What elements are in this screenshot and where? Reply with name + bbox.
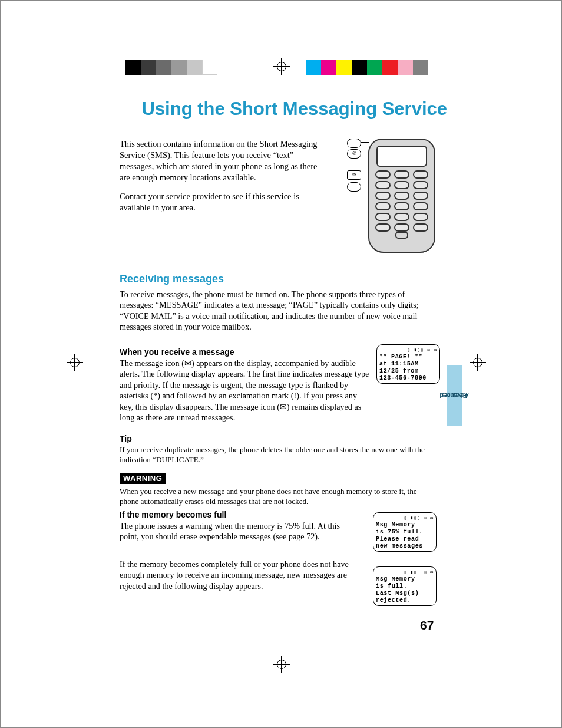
registration-mark-icon — [67, 354, 83, 371]
callout-line — [348, 186, 369, 186]
body-text: The phone issues a warning when the memo… — [120, 521, 355, 542]
lcd-line: is full. — [376, 583, 434, 590]
lcd-line: Last Msg(s) — [376, 590, 434, 597]
manual-page: Using the Short Messaging Service This s… — [0, 0, 562, 728]
section-receiving: Receiving messages To receive messages, … — [120, 273, 437, 332]
grayscale-swatches — [125, 60, 217, 75]
callout-line — [348, 142, 369, 143]
lcd-line: 123-456-7890 — [379, 375, 437, 382]
body-text: To receive messages, the phone must be t… — [120, 289, 438, 332]
intro-block: This section contains information on the… — [120, 139, 323, 222]
page-title: Using the Short Messaging Service — [117, 98, 447, 120]
lcd-display-memory-full: ▯ ▮▯▯ ✉ ▭ Msg Memory is full. Last Msg(s… — [373, 566, 437, 606]
lcd-line: Msg Memory — [376, 576, 434, 583]
callout-icon — [347, 139, 361, 148]
section-heading: Receiving messages — [120, 273, 437, 285]
lcd-line: new messages — [376, 543, 434, 550]
tip-heading: Tip — [120, 434, 437, 443]
registration-mark-icon — [273, 58, 290, 75]
tip-text: If you receive duplicate messages, the p… — [120, 444, 438, 465]
lcd-line: Msg Memory — [376, 522, 434, 529]
lcd-line: is 75% full. — [376, 529, 434, 536]
thumb-tab-advanced-features: Advanced Features — [447, 365, 462, 426]
lcd-display-memory-75: ▯ ▮▯▯ ✉ ▭ Msg Memory is 75% full. Please… — [373, 512, 437, 552]
callout-line: ✉ — [348, 174, 369, 174]
registration-mark-icon — [273, 656, 290, 673]
lcd-line: Please read — [376, 536, 434, 543]
callout-line: ◎ — [348, 153, 369, 153]
intro-paragraph: This section contains information on the… — [120, 139, 323, 183]
page-number: 67 — [420, 618, 434, 633]
handset-icon — [368, 139, 435, 253]
callout-icon — [347, 182, 361, 192]
lcd-line: at 11:15AM — [379, 361, 437, 368]
lcd-line: 12/25 from — [379, 368, 437, 375]
section-divider — [118, 265, 437, 265]
registration-mark-icon — [470, 354, 486, 371]
warning-badge: WARNING — [120, 473, 166, 484]
lcd-status-icons: ▯ ▮▯▯ ✉ ▭ — [376, 515, 434, 521]
body-text: If the memory becomes completely full or… — [120, 559, 358, 591]
callout-icon: ◎ — [347, 149, 361, 159]
phone-illustration: ◎ ✉ — [348, 139, 435, 251]
lcd-display-page: ▯ ▮▯▯ ✉ ▭ ** PAGE! ** at 11:15AM 12/25 f… — [376, 344, 440, 384]
phone-screen — [376, 146, 427, 167]
lcd-line: ** PAGE! ** — [379, 354, 437, 361]
phone-keypad — [375, 170, 428, 241]
body-text: The message icon (✉) appears on the disp… — [120, 358, 370, 423]
color-swatches — [306, 60, 428, 75]
lcd-status-icons: ▯ ▮▯▯ ✉ ▭ — [379, 347, 437, 353]
intro-paragraph: Contact your service provider to see if … — [120, 191, 323, 213]
lcd-status-icons: ▯ ▮▯▯ ✉ ▭ — [376, 569, 434, 575]
warning-text: When you receive a new message and your … — [120, 486, 438, 506]
envelope-icon: ✉ — [347, 170, 361, 180]
lcd-line: rejected. — [376, 597, 434, 604]
